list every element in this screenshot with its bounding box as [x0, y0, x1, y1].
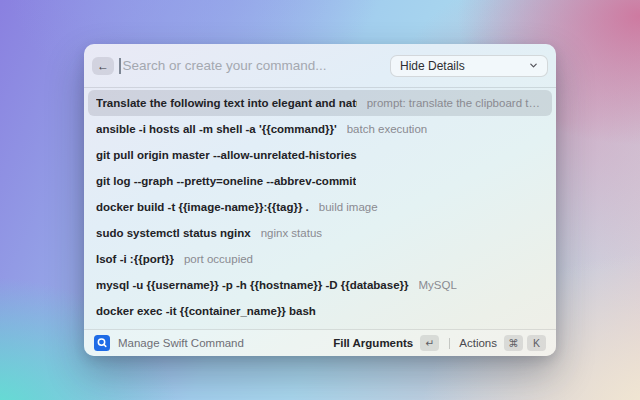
command-subtitle: nginx status	[261, 227, 322, 239]
command-row-docker-exec[interactable]: docker exec -it {{container_name}} bash	[88, 298, 552, 324]
command-row-mysql[interactable]: mysql -u {{username}} -p -h {{hostname}}…	[88, 272, 552, 298]
back-button[interactable]: ←	[92, 57, 114, 75]
command-title: ansible -i hosts all -m shell -a '{{comm…	[96, 123, 337, 135]
command-title: lsof -i :{{port}}	[96, 253, 174, 265]
app-name-label: Manage Swift Command	[118, 337, 244, 349]
command-row-systemctl-nginx[interactable]: sudo systemctl status nginx nginx status	[88, 220, 552, 246]
search-input[interactable]	[121, 58, 391, 73]
command-row-ansible[interactable]: ansible -i hosts all -m shell -a '{{comm…	[88, 116, 552, 142]
fill-arguments-button[interactable]: Fill Arguments	[333, 337, 413, 349]
chevron-down-icon	[529, 61, 538, 70]
command-title: docker exec -it {{container_name}} bash	[96, 305, 316, 317]
command-subtitle: port occupied	[184, 253, 253, 265]
command-palette-window: ← Hide Details Translate the following t…	[84, 44, 556, 356]
command-key-icon[interactable]: ⌘	[504, 335, 523, 351]
command-subtitle: MySQL	[419, 279, 457, 291]
return-key-icon[interactable]: ↵	[420, 335, 439, 351]
command-subtitle: prompt: translate the clipboard text int…	[367, 97, 544, 109]
command-title: sudo systemctl status nginx	[96, 227, 251, 239]
details-dropdown-label: Hide Details	[400, 59, 465, 73]
command-row-docker-build[interactable]: docker build -t {{image-name}}:{{tag}} .…	[88, 194, 552, 220]
command-row-translate[interactable]: Translate the following text into elegan…	[88, 90, 552, 116]
command-list: Translate the following text into elegan…	[84, 88, 556, 329]
command-subtitle: build image	[319, 201, 378, 213]
command-title: git log --graph --pretty=oneline --abbre…	[96, 175, 356, 187]
footer-divider	[449, 338, 450, 349]
back-arrow-icon: ←	[97, 60, 109, 72]
actions-menu-button[interactable]: Actions	[459, 337, 497, 349]
command-subtitle: batch execution	[347, 123, 428, 135]
command-title: git pull origin master --allow-unrelated…	[96, 149, 357, 161]
action-bar: Manage Swift Command Fill Arguments ↵ Ac…	[84, 329, 556, 356]
swift-command-app-icon[interactable]	[94, 335, 110, 351]
command-row-git-log[interactable]: git log --graph --pretty=oneline --abbre…	[88, 168, 552, 194]
search-header: ← Hide Details	[84, 44, 556, 88]
command-title: docker build -t {{image-name}}:{{tag}} .	[96, 201, 309, 213]
command-row-git-pull[interactable]: git pull origin master --allow-unrelated…	[88, 142, 552, 168]
command-title: mysql -u {{username}} -p -h {{hostname}}…	[96, 279, 409, 291]
command-title: Translate the following text into elegan…	[96, 97, 357, 109]
command-row-lsof[interactable]: lsof -i :{{port}} port occupied	[88, 246, 552, 272]
k-key-icon[interactable]: K	[527, 335, 546, 351]
details-dropdown[interactable]: Hide Details	[390, 55, 548, 77]
